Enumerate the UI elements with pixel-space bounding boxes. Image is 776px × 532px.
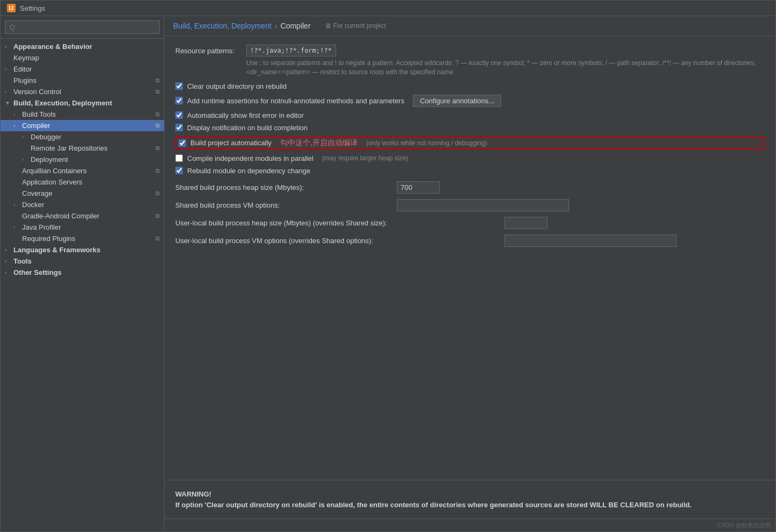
- resource-patterns-input[interactable]: [246, 45, 336, 56]
- user-vm-row: User-local build process VM options (ove…: [175, 235, 765, 247]
- checkbox-clear-output[interactable]: [175, 82, 183, 90]
- settings-panel: Resource patterns: Use ; to separate pat…: [165, 36, 775, 469]
- checkbox-rebuild-dependency[interactable]: [175, 167, 183, 174]
- checkbox-row-rebuild-dependency: Rebuild module on dependency change: [175, 167, 765, 175]
- sidebar-label-remote-jar: Remote Jar Repositories: [31, 144, 108, 152]
- tree-arrow-compiler: ›: [13, 123, 22, 129]
- title-bar: IJ Settings: [1, 1, 775, 16]
- user-vm-input[interactable]: [504, 235, 677, 247]
- sidebar-item-coverage[interactable]: Coverage⧉: [1, 188, 164, 199]
- checkbox-label-add-assertions: Add runtime assertions for notnull-annot…: [187, 97, 404, 105]
- sidebar-label-compiler: Compiler: [22, 122, 50, 130]
- sidebar-label-debugger: Debugger: [31, 133, 61, 141]
- search-box[interactable]: [1, 16, 164, 39]
- sidebar-label-keymap: Keymap: [13, 54, 39, 62]
- sidebar-label-appearance: Appearance & Behavior: [13, 42, 92, 51]
- sidebar-item-arquillian[interactable]: Arquillian Containers⧉: [1, 165, 164, 176]
- copy-icon-arquillian: ⧉: [155, 167, 160, 174]
- sidebar-item-editor[interactable]: ›Editor: [1, 63, 164, 75]
- checkbox-label-clear-output: Clear output directory on rebuild: [187, 82, 287, 90]
- checkbox-row-display-notification: Display notification on build completion: [175, 124, 765, 132]
- sidebar-item-deployment[interactable]: ›Deployment: [1, 154, 164, 165]
- checkbox-add-assertions[interactable]: [175, 97, 183, 104]
- checkbox-row-clear-output: Clear output directory on rebuild: [175, 82, 765, 90]
- sidebar-item-gradle-android[interactable]: Gradle-Android Compiler⧉: [1, 210, 164, 222]
- checkbox-label-build-automatically: Build project automatically: [190, 139, 272, 147]
- copy-icon-gradle-android: ⧉: [155, 212, 160, 219]
- main-content: Build, Execution, Deployment › Compiler …: [165, 16, 775, 531]
- copy-icon-required-plugins: ⧉: [155, 235, 160, 242]
- tree-arrow-appearance: ›: [5, 44, 13, 49]
- sidebar-item-required-plugins[interactable]: Required Plugins⧉: [1, 233, 164, 244]
- sidebar-label-build-execution: Build, Execution, Deployment: [13, 99, 112, 107]
- copy-icon-remote-jar: ⧉: [155, 145, 160, 152]
- tree-arrow-build-execution: ▼: [5, 100, 13, 106]
- app-icon: IJ: [7, 4, 16, 12]
- side-note-compile-parallel: (may require larger heap size): [322, 154, 408, 162]
- checkbox-row-auto-show-error: Automatically show first error in editor: [175, 111, 765, 119]
- checkbox-compile-parallel[interactable]: [175, 154, 183, 162]
- tree-arrow-build-tools: ›: [13, 111, 22, 117]
- breadcrumb-parent[interactable]: Build, Execution, Deployment: [173, 22, 272, 30]
- sidebar-item-other-settings[interactable]: ›Other Settings: [1, 267, 164, 278]
- sidebar-item-remote-jar[interactable]: Remote Jar Repositories⧉: [1, 143, 164, 154]
- sidebar-item-plugins[interactable]: Plugins⧉: [1, 75, 164, 86]
- copy-icon-build-tools: ⧉: [155, 111, 160, 118]
- sidebar-item-debugger[interactable]: ›Debugger: [1, 131, 164, 143]
- title-bar-text: Settings: [20, 4, 45, 12]
- sidebar-item-keymap[interactable]: Keymap: [1, 52, 164, 63]
- configure-annotations-btn[interactable]: Configure annotations...: [413, 95, 501, 107]
- sidebar-item-appearance[interactable]: ›Appearance & Behavior: [1, 41, 164, 52]
- sidebar-item-version-control[interactable]: ›Version Control⧉: [1, 86, 164, 97]
- breadcrumb-sep: ›: [275, 22, 277, 30]
- tree-arrow-editor: ›: [5, 66, 13, 72]
- tree-arrow-tools: ›: [5, 258, 13, 264]
- sidebar-label-tools: Tools: [13, 257, 32, 265]
- checkbox-build-automatically[interactable]: [179, 139, 186, 147]
- checkbox-auto-show-error[interactable]: [175, 111, 183, 119]
- tree-arrow-docker: ›: [13, 202, 22, 208]
- sidebar-item-java-profiler[interactable]: ›Java Profiler: [1, 222, 164, 233]
- sidebar-label-java-profiler: Java Profiler: [22, 223, 61, 231]
- sidebar-label-coverage: Coverage: [22, 189, 52, 197]
- warning-section: WARNING! If option 'Clear output directo…: [165, 480, 775, 519]
- shared-heap-input[interactable]: [397, 181, 440, 194]
- content-area: ›Appearance & BehaviorKeymap›EditorPlugi…: [1, 16, 775, 531]
- project-icon: 🖥: [325, 22, 331, 30]
- warning-text: WARNING! If option 'Clear output directo…: [175, 489, 765, 510]
- checkbox-label-compile-parallel: Compile independent modules in parallel: [187, 154, 314, 162]
- tree-arrow-debugger: ›: [22, 134, 31, 140]
- sidebar-label-required-plugins: Required Plugins: [22, 235, 75, 243]
- tree-arrow-languages: ›: [5, 247, 13, 253]
- checkbox-row-build-automatically: Build project automatically勾中这个,开启自动编译(o…: [175, 136, 765, 150]
- checkbox-label-display-notification: Display notification on build completion: [187, 124, 308, 132]
- shared-heap-row: Shared build process heap size (Mbytes):: [175, 181, 765, 194]
- checkbox-row-compile-parallel: Compile independent modules in parallel(…: [175, 154, 765, 162]
- warning-body: If option 'Clear output directory on reb…: [175, 501, 692, 509]
- sidebar-label-build-tools: Build Tools: [22, 110, 56, 118]
- sidebar-item-build-execution[interactable]: ▼Build, Execution, Deployment: [1, 97, 164, 109]
- user-heap-input[interactable]: [504, 217, 547, 229]
- shared-vm-input[interactable]: [397, 199, 569, 211]
- search-input[interactable]: [5, 20, 160, 34]
- sidebar-label-languages: Languages & Frameworks: [13, 246, 101, 254]
- shared-vm-row: Shared build process VM options:: [175, 199, 765, 211]
- user-heap-label: User-local build process heap size (Mbyt…: [175, 217, 498, 227]
- sidebar-item-app-servers[interactable]: Application Servers: [1, 176, 164, 188]
- user-heap-row: User-local build process heap size (Mbyt…: [175, 217, 765, 229]
- warning-title: WARNING!: [175, 490, 211, 498]
- checkbox-label-rebuild-dependency: Rebuild module on dependency change: [187, 167, 310, 175]
- sidebar-item-build-tools[interactable]: ›Build Tools⧉: [1, 109, 164, 120]
- resource-patterns-row: Resource patterns: Use ; to separate pat…: [175, 45, 765, 77]
- sidebar-item-docker[interactable]: ›Docker: [1, 199, 164, 210]
- sidebar-tree: ›Appearance & BehaviorKeymap›EditorPlugi…: [1, 39, 164, 531]
- checkboxes-container: Clear output directory on rebuildAdd run…: [175, 82, 765, 175]
- checkbox-display-notification[interactable]: [175, 124, 183, 131]
- tree-arrow-java-profiler: ›: [13, 224, 22, 230]
- sidebar-item-compiler[interactable]: ›Compiler⧉: [1, 120, 164, 131]
- sidebar-item-languages[interactable]: ›Languages & Frameworks: [1, 244, 164, 256]
- tree-arrow-version-control: ›: [5, 89, 13, 95]
- sidebar-item-tools[interactable]: ›Tools: [1, 256, 164, 267]
- sidebar-label-app-servers: Application Servers: [22, 178, 82, 186]
- tree-arrow-deployment: ›: [22, 157, 31, 162]
